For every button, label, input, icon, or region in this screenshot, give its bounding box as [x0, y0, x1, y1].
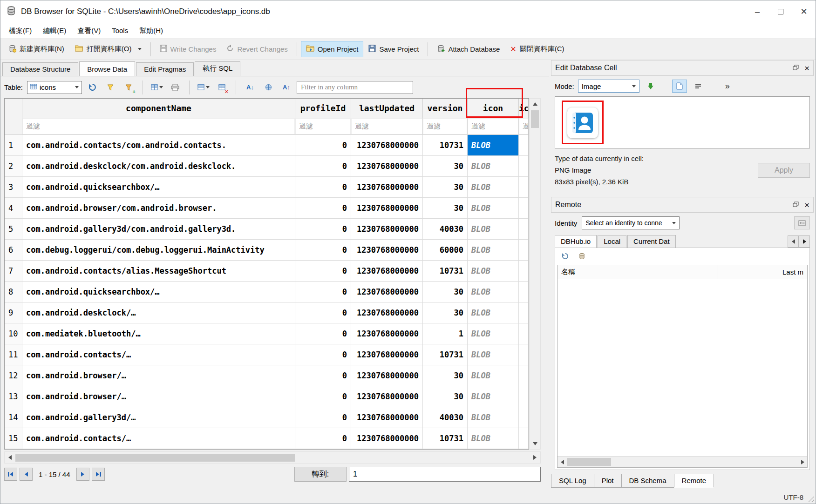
minimize-button[interactable]: –	[746, 0, 769, 23]
row-number[interactable]: 15	[5, 428, 22, 449]
column-header-profileId[interactable]: profileId	[295, 99, 351, 118]
cell-version[interactable]: 40030	[423, 219, 468, 240]
row-number[interactable]: 7	[5, 261, 22, 282]
cell-componentName[interactable]: com.android.deskclock/com.android.deskcl…	[22, 156, 295, 177]
cell-lastUpdated[interactable]: 1230768000000	[351, 261, 423, 282]
cell-icon[interactable]: BLOB	[468, 219, 519, 240]
cell-lastUpdated[interactable]: 1230768000000	[351, 428, 423, 449]
cell-componentName[interactable]: com.android.contacts/…	[22, 428, 295, 449]
cell-lastUpdated[interactable]: 1230768000000	[351, 135, 423, 156]
cell-componentName[interactable]: com.mediatek.bluetooth/…	[22, 323, 295, 344]
row-number[interactable]: 4	[5, 198, 22, 219]
apply-button[interactable]: Apply	[758, 163, 810, 178]
titlebar[interactable]: DB Browser for SQLite - C:\Users\awinh\O…	[0, 0, 816, 23]
cell-profileId[interactable]: 0	[295, 156, 351, 177]
row-number[interactable]: 2	[5, 156, 22, 177]
grid-horizontal-scrollbar[interactable]	[4, 451, 541, 464]
cell-componentName[interactable]: com.android.contacts/…	[22, 344, 295, 365]
import-data-button[interactable]	[643, 80, 658, 93]
horizontal-scrollbar-track[interactable]	[611, 457, 798, 467]
cell-componentName[interactable]: com.android.deskclock/…	[22, 302, 295, 323]
cell-partial[interactable]	[519, 407, 529, 428]
scroll-right-icon[interactable]	[530, 452, 540, 463]
dock-tab-plot[interactable]: Plot	[594, 474, 622, 488]
cell-lastUpdated[interactable]: 1230768000000	[351, 407, 423, 428]
cell-lastUpdated[interactable]: 1230768000000	[351, 177, 423, 198]
cell-partial[interactable]	[519, 261, 529, 282]
identity-settings-button[interactable]	[794, 216, 810, 229]
encoding-indicator[interactable]: UTF-8	[784, 493, 804, 501]
last-record-button[interactable]	[92, 468, 105, 481]
remote-horizontal-scrollbar[interactable]	[558, 456, 807, 467]
format-button[interactable]	[260, 81, 276, 94]
cell-version[interactable]: 30	[423, 177, 468, 198]
cell-partial[interactable]	[519, 282, 529, 302]
dock-tab-db-schema[interactable]: DB Schema	[621, 474, 674, 488]
cell-version[interactable]: 30	[423, 282, 468, 302]
cell-version[interactable]: 40030	[423, 407, 468, 428]
cell-lastUpdated[interactable]: 1230768000000	[351, 365, 423, 386]
cell-partial[interactable]	[519, 386, 529, 407]
cell-version[interactable]: 30	[423, 156, 468, 177]
attach-database-button[interactable]: Attach Database	[432, 41, 505, 58]
cell-componentName[interactable]: com.android.quicksearchbox/…	[22, 177, 295, 198]
cell-profileId[interactable]: 0	[295, 344, 351, 365]
table-select[interactable]: icons	[27, 81, 82, 94]
cell-profileId[interactable]: 0	[295, 135, 351, 156]
resize-grip[interactable]	[808, 496, 814, 502]
image-view-button[interactable]	[672, 80, 687, 93]
cell-profileId[interactable]: 0	[295, 323, 351, 344]
grid-vertical-scrollbar[interactable]	[529, 98, 541, 450]
filter-any-column-input[interactable]	[297, 81, 413, 94]
row-number[interactable]: 1	[5, 135, 22, 156]
text-view-button[interactable]	[691, 80, 706, 93]
column-header-partial[interactable]: ic	[519, 99, 529, 118]
open-database-button[interactable]: 打開資料庫(O)	[69, 41, 147, 57]
float-panel-icon[interactable]	[793, 64, 799, 72]
dock-tab-sql-log[interactable]: SQL Log	[551, 474, 594, 488]
row-number[interactable]: 11	[5, 344, 22, 365]
cell-lastUpdated[interactable]: 1230768000000	[351, 219, 423, 240]
cell-icon[interactable]: BLOB	[468, 323, 519, 344]
write-changes-button[interactable]: Write Changes	[155, 41, 222, 57]
previous-record-button[interactable]	[20, 468, 33, 481]
cell-icon[interactable]: BLOB	[468, 282, 519, 302]
close-button[interactable]: ✕	[792, 0, 816, 23]
cell-version[interactable]: 30	[423, 386, 468, 407]
more-tools-icon[interactable]: »	[725, 81, 730, 91]
mode-select[interactable]: Image	[578, 80, 639, 93]
menu-edit[interactable]: 編輯(E)	[37, 23, 72, 39]
menu-help[interactable]: 幫助(H)	[134, 23, 169, 39]
row-number[interactable]: 6	[5, 240, 22, 261]
horizontal-scrollbar-track[interactable]	[295, 452, 530, 463]
delete-record-button[interactable]: ✕	[214, 81, 230, 94]
cell-componentName[interactable]: com.android.contacts/com.android.contact…	[22, 135, 295, 156]
cell-profileId[interactable]: 0	[295, 219, 351, 240]
cell-icon[interactable]: BLOB	[468, 365, 519, 386]
cell-version[interactable]: 1	[423, 323, 468, 344]
tab-execute-sql[interactable]: 執行 SQL	[195, 61, 240, 76]
cell-componentName[interactable]: com.android.gallery3d/…	[22, 407, 295, 428]
print-button[interactable]	[167, 81, 183, 94]
cell-partial[interactable]	[519, 323, 529, 344]
cell-version[interactable]: 60000	[423, 240, 468, 261]
tab-scroll-left-button[interactable]	[788, 235, 799, 248]
cell-componentName[interactable]: com.debug.loggerui/com.debug.loggerui.Ma…	[22, 240, 295, 261]
cell-icon[interactable]: BLOB	[468, 428, 519, 449]
cell-version[interactable]: 10731	[423, 344, 468, 365]
menu-view[interactable]: 查看(V)	[72, 23, 106, 39]
row-number[interactable]: 5	[5, 219, 22, 240]
tab-dbhub[interactable]: DBHub.io	[555, 235, 597, 248]
cell-partial[interactable]	[519, 302, 529, 323]
maximize-button[interactable]	[769, 0, 792, 23]
cell-icon[interactable]: BLOB	[468, 198, 519, 219]
cell-lastUpdated[interactable]: 1230768000000	[351, 282, 423, 302]
cell-partial[interactable]	[519, 365, 529, 386]
cell-partial[interactable]	[519, 219, 529, 240]
open-database-dropdown-icon[interactable]	[138, 48, 142, 50]
close-panel-icon[interactable]: ×	[804, 64, 809, 73]
dock-tab-remote[interactable]: Remote	[674, 474, 714, 488]
row-number[interactable]: 3	[5, 177, 22, 198]
tab-browse-data[interactable]: Browse Data	[79, 61, 135, 76]
sort-asc-button[interactable]: A↓	[242, 81, 258, 94]
